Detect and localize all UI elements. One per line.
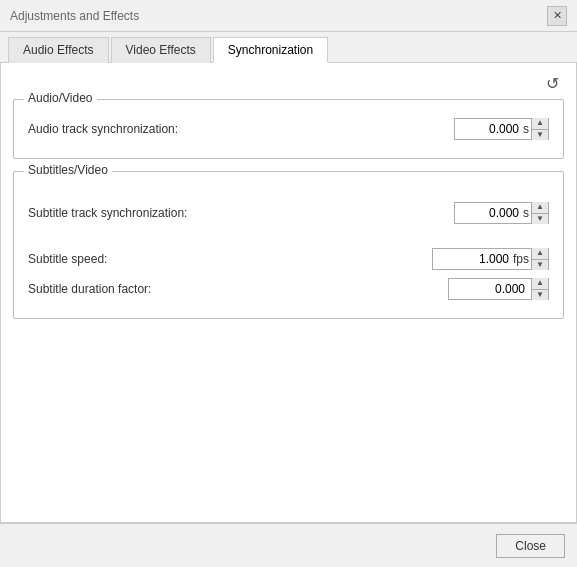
audio-sync-down-button[interactable]: ▼ [532, 130, 548, 141]
subtitle-sync-row: Subtitle track synchronization: s ▲ ▼ [28, 198, 549, 228]
subtitle-sync-label: Subtitle track synchronization: [28, 206, 187, 220]
subtitle-sync-unit: s [523, 206, 531, 220]
subtitle-speed-row: Subtitle speed: fps ▲ ▼ [28, 244, 549, 274]
audio-sync-spinbox: s ▲ ▼ [454, 118, 549, 140]
window-title: Adjustments and Effects [10, 9, 139, 23]
subtitle-duration-down-button[interactable]: ▼ [532, 290, 548, 301]
subtitle-speed-arrows: ▲ ▼ [531, 248, 548, 270]
tab-synchronization[interactable]: Synchronization [213, 37, 328, 63]
subtitle-sync-spinbox: s ▲ ▼ [454, 202, 549, 224]
subtitle-sync-input[interactable] [455, 203, 523, 223]
subtitle-speed-input[interactable] [433, 249, 513, 269]
subtitle-duration-arrows: ▲ ▼ [531, 278, 548, 300]
subtitle-duration-spinbox: ▲ ▼ [448, 278, 549, 300]
tab-bar: Audio Effects Video Effects Synchronizat… [0, 32, 577, 63]
audio-sync-input[interactable] [455, 119, 523, 139]
subtitles-group-label: Subtitles/Video [24, 163, 112, 177]
audio-video-group: Audio/Video Audio track synchronization:… [13, 99, 564, 159]
audio-sync-unit: s [523, 122, 531, 136]
subtitle-duration-up-button[interactable]: ▲ [532, 278, 548, 290]
refresh-button[interactable]: ↺ [540, 71, 564, 95]
subtitle-speed-spinbox: fps ▲ ▼ [432, 248, 549, 270]
audio-sync-label: Audio track synchronization: [28, 122, 178, 136]
subtitle-speed-unit: fps [513, 252, 531, 266]
subtitle-speed-up-button[interactable]: ▲ [532, 248, 548, 260]
subtitle-speed-down-button[interactable]: ▼ [532, 260, 548, 271]
close-button[interactable]: Close [496, 534, 565, 558]
audio-video-group-label: Audio/Video [24, 91, 97, 105]
subtitle-duration-input[interactable] [449, 279, 529, 299]
titlebar: Adjustments and Effects ✕ [0, 0, 577, 32]
subtitle-sync-arrows: ▲ ▼ [531, 202, 548, 224]
audio-sync-up-button[interactable]: ▲ [532, 118, 548, 130]
tab-video-effects[interactable]: Video Effects [111, 37, 211, 63]
subtitle-duration-label: Subtitle duration factor: [28, 282, 151, 296]
subtitles-video-group: Subtitles/Video Subtitle track synchroni… [13, 171, 564, 319]
tab-audio-effects[interactable]: Audio Effects [8, 37, 109, 63]
main-content: ↺ Audio/Video Audio track synchronizatio… [0, 63, 577, 523]
audio-sync-row: Audio track synchronization: s ▲ ▼ [28, 110, 549, 144]
subtitle-sync-up-button[interactable]: ▲ [532, 202, 548, 214]
subtitle-sync-down-button[interactable]: ▼ [532, 214, 548, 225]
window-close-button[interactable]: ✕ [547, 6, 567, 26]
subtitle-duration-row: Subtitle duration factor: ▲ ▼ [28, 274, 549, 304]
audio-sync-arrows: ▲ ▼ [531, 118, 548, 140]
subtitle-speed-label: Subtitle speed: [28, 252, 107, 266]
bottom-bar: Close [0, 523, 577, 567]
